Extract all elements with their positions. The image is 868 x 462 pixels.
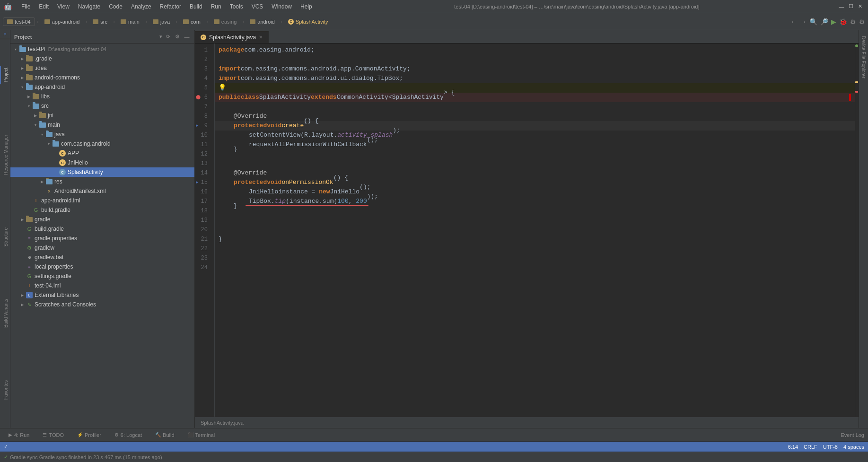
panel-icons[interactable]: ⟳ ⚙ — [164,33,191,41]
expand-arrow[interactable]: ▾ [19,85,26,89]
search-recent[interactable]: 🔍 [809,18,817,26]
bottom-tab-logcat[interactable]: ⚙ 6: Logcat [110,431,147,439]
tree-package[interactable]: ▾ com.easing.android [10,139,194,148]
menu-refactor[interactable]: Refactor [156,2,185,11]
tree-app[interactable]: C APP [10,148,194,158]
editor-tab-splashactivity[interactable]: C SplashActivity.java ✕ [195,31,269,43]
tree-manifest[interactable]: X AndroidManifest.xml [10,186,194,196]
tree-build-gradle-root[interactable]: G build.gradle [10,224,194,234]
expand-arrow[interactable]: ▶ [19,218,26,222]
debug-button[interactable]: 🐞 [839,18,847,26]
tree-app-iml[interactable]: I app-android.iml [10,196,194,205]
tree-settings-gradle[interactable]: G settings.gradle [10,271,194,281]
menu-window[interactable]: Window [268,2,296,11]
tree-res[interactable]: ▶ res [10,177,194,186]
tree-gradlew[interactable]: ⚙ gradlew [10,243,194,253]
expand-arrow[interactable]: ▶ [19,66,26,70]
minimize-button[interactable]: — [838,3,845,10]
tree-root[interactable]: ▾ test-04 D:\easing-android\test-04 [10,44,194,54]
menu-edit[interactable]: Edit [35,2,53,11]
search-everywhere[interactable]: 🔎 [820,18,828,26]
window-controls[interactable]: — ☐ ✕ [838,3,864,10]
bc-main[interactable]: main [117,18,143,26]
nav-back[interactable]: ← [790,18,797,26]
menu-vcs[interactable]: VCS [248,2,267,11]
expand-arrow[interactable]: ▶ [19,57,26,61]
settings-icon[interactable]: ⚙ [174,33,181,41]
tree-android-commons[interactable]: ▶ android-commons [10,73,194,82]
status-indent[interactable]: 4 spaces [843,444,864,450]
tree-main[interactable]: ▾ main [10,120,194,130]
expand-arrow[interactable]: ▾ [32,123,39,127]
status-linesep[interactable]: CRLF [804,444,817,450]
bc-src[interactable]: src [89,18,111,26]
menu-file[interactable]: File [18,2,34,11]
tree-idea[interactable]: ▶ .idea [10,63,194,73]
tree-test04-iml[interactable]: I test-04.iml [10,281,194,290]
bc-easing[interactable]: easing [210,18,240,26]
tree-jni[interactable]: ▶ jni [10,111,194,120]
bc-splashactivity[interactable]: C SplashActivity [284,18,332,26]
tree-gradle-props[interactable]: ≡ gradle.properties [10,234,194,243]
tree-scratches[interactable]: ▶ ✎ Scratches and Consoles [10,300,194,309]
project-tab[interactable]: test-04 [3,17,35,26]
tree-splashactivity[interactable]: C SplashActivity [10,167,194,177]
maximize-button[interactable]: ☐ [847,3,855,10]
menu-bar[interactable]: File Edit View Navigate Code Analyze Ref… [18,2,316,11]
menu-tools[interactable]: Tools [226,2,247,11]
expand-arrow[interactable]: ▶ [19,303,26,307]
event-log-button[interactable]: Event Log [841,432,864,438]
expand-arrow[interactable]: ▶ [19,293,26,297]
tree-gradle-dir[interactable]: ▶ gradle [10,215,194,224]
tab-structure[interactable]: Structure [0,226,10,249]
expand-arrow[interactable]: ▶ [32,113,39,118]
sync-icon[interactable]: ⟳ [164,33,172,41]
bottom-tab-build[interactable]: 🔨 Build [150,431,179,439]
expand-arrow[interactable]: ▶ [39,180,45,184]
tree-src[interactable]: ▾ src [10,101,194,111]
bc-com[interactable]: com [179,18,204,26]
tree-gradlew-bat[interactable]: ⚙ gradlew.bat [10,253,194,262]
status-encoding[interactable]: UTF-8 [823,444,838,450]
tree-external-libs[interactable]: ▶ L External Libraries [10,290,194,300]
menu-help[interactable]: Help [297,2,316,11]
tree-build-gradle-app[interactable]: G build.gradle [10,205,194,215]
bc-appandroid[interactable]: app-android [41,18,84,26]
tab-build-variants[interactable]: Build Variants [0,297,10,330]
tab-device-file-explorer[interactable]: Device File Explorer [859,32,868,82]
collapse-icon[interactable]: — [183,33,191,41]
tree-libs[interactable]: ▶ libs [10,92,194,101]
tree-jnihello[interactable]: C JniHello [10,158,194,167]
menu-code[interactable]: Code [105,2,126,11]
status-position[interactable]: 6:14 [788,444,798,450]
bottom-tab-profiler[interactable]: ⚡ Profiler [72,431,106,439]
menu-analyze[interactable]: Analyze [127,2,155,11]
menu-run[interactable]: Run [207,2,225,11]
expand-arrow[interactable]: ▶ [19,76,26,80]
activity-project[interactable]: P [0,30,10,39]
tree-local-props[interactable]: ≡ local.properties [10,262,194,271]
panel-dropdown[interactable]: ▾ [159,34,162,40]
tab-resource-manager[interactable]: Resource Manager [0,133,10,177]
nav-forward[interactable]: → [800,18,807,26]
expand-arrow[interactable]: ▶ [26,95,32,99]
bc-java[interactable]: java [149,18,174,26]
tree-java[interactable]: ▾ java [10,130,194,139]
tree-gradle-hidden[interactable]: ▶ .gradle [10,54,194,63]
build-button[interactable]: ⚙ [850,18,856,26]
bc-android[interactable]: android [246,18,279,26]
close-button[interactable]: ✕ [857,3,864,10]
expand-arrow[interactable]: ▾ [26,104,32,108]
menu-navigate[interactable]: Navigate [74,2,104,11]
tree-app-android[interactable]: ▾ app-android [10,82,194,92]
bottom-tab-todo[interactable]: ☰ TODO [38,431,69,439]
menu-build[interactable]: Build [186,2,206,11]
run-button[interactable]: ▶ [831,18,836,26]
expand-arrow[interactable]: ▾ [45,142,52,146]
expand-arrow[interactable]: ▾ [39,132,45,137]
bottom-tab-terminal[interactable]: ⬛ Terminal [183,431,220,439]
settings-button[interactable]: ⚙ [859,18,865,26]
tab-favorites[interactable]: Favorites [0,378,10,401]
tab-close-button[interactable]: ✕ [259,35,263,40]
expand-arrow[interactable]: ▾ [12,47,19,52]
